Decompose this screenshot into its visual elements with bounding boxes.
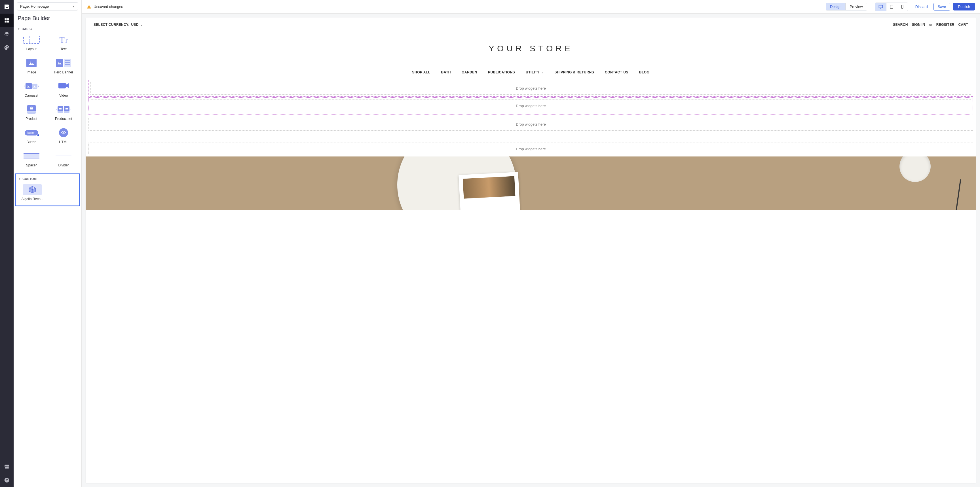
- basic-widgets-grid: Layout TT Text Image Hero Banner ‹› Caro…: [14, 33, 81, 173]
- main-area: Unsaved changes Design Preview Discard S…: [82, 0, 980, 487]
- sidebar: Page: Homepage ▼ Page Builder ▼ BASIC La…: [14, 0, 82, 487]
- widget-label: Divider: [59, 163, 69, 167]
- decor-cup: [899, 157, 931, 182]
- drop-zone-2-outer[interactable]: Drop widgets here: [89, 97, 973, 114]
- caret-down-icon: ▼: [18, 28, 20, 30]
- widget-spacer[interactable]: Spacer: [16, 149, 46, 169]
- preview-mode-button[interactable]: Preview: [845, 3, 867, 10]
- chevron-down-icon: ⌄: [541, 71, 544, 74]
- widget-text[interactable]: TT Text: [49, 33, 79, 53]
- html-icon: [59, 128, 68, 137]
- widget-algolia-recommend[interactable]: Algolia Reco...: [17, 183, 48, 203]
- spacer-icon: [24, 153, 40, 159]
- sidebar-title: Page Builder: [14, 13, 81, 26]
- svg-rect-12: [89, 8, 89, 8]
- device-toggle: [875, 3, 908, 11]
- svg-rect-3: [7, 21, 9, 23]
- icon-rail: ?: [0, 0, 14, 487]
- drop-zone-1-inner[interactable]: Drop widgets here: [91, 82, 971, 95]
- video-icon: [59, 82, 68, 90]
- hero-banner-icon: [56, 59, 71, 67]
- canvas: SELECT CURRENCY: USD ⌄ SEARCH SIGN IN or…: [86, 17, 976, 483]
- widget-html[interactable]: HTML: [49, 126, 79, 146]
- widget-product[interactable]: Product: [16, 103, 46, 122]
- page-selector[interactable]: Page: Homepage ▼: [17, 2, 78, 11]
- widget-label: Text: [60, 47, 67, 51]
- topbar: Unsaved changes Design Preview Discard S…: [82, 0, 980, 14]
- svg-point-9: [34, 85, 34, 86]
- svg-rect-16: [902, 5, 903, 8]
- widget-image[interactable]: Image: [16, 56, 46, 76]
- nav-shop-all[interactable]: SHOP ALL: [412, 70, 430, 74]
- warning-icon: [87, 5, 91, 9]
- chevron-down-icon: ⌄: [140, 23, 143, 26]
- drop-zone-3[interactable]: Drop widgets here: [89, 118, 973, 131]
- nav-contact-us[interactable]: CONTACT US: [605, 70, 628, 74]
- caret-down-icon: ▼: [18, 178, 21, 180]
- svg-point-8: [27, 85, 28, 86]
- register-link[interactable]: REGISTER: [936, 23, 955, 27]
- rail-help[interactable]: ?: [0, 473, 14, 487]
- image-icon: [26, 59, 37, 67]
- brand-logo[interactable]: [0, 0, 14, 14]
- widget-label: Button: [26, 140, 36, 144]
- currency-label: SELECT CURRENCY:: [94, 23, 130, 27]
- rail-layers[interactable]: [0, 27, 14, 41]
- unsaved-changes-label: Unsaved changes: [94, 5, 123, 9]
- cart-link[interactable]: CART: [958, 23, 968, 27]
- rail-widgets[interactable]: [0, 14, 14, 27]
- widget-label: Hero Banner: [54, 70, 73, 74]
- widget-product-set[interactable]: ‹› Product set: [49, 103, 79, 122]
- svg-rect-0: [5, 18, 7, 21]
- widget-label: Video: [59, 94, 68, 97]
- nav-publications[interactable]: PUBLICATIONS: [488, 70, 515, 74]
- divider-icon: [56, 155, 72, 156]
- nav-bath[interactable]: BATH: [441, 70, 450, 74]
- svg-text:?: ?: [6, 478, 8, 482]
- nav-shipping-returns[interactable]: SHIPPING & RETURNS: [554, 70, 594, 74]
- tablet-device-button[interactable]: [886, 3, 897, 11]
- currency-value: USD: [131, 23, 138, 27]
- page-selector-label: Page: Homepage: [20, 4, 49, 8]
- widget-carousel[interactable]: ‹› Carousel: [16, 79, 46, 99]
- decor-book: [458, 172, 520, 210]
- rail-theme[interactable]: [0, 41, 14, 54]
- store-title: YOUR STORE: [86, 30, 976, 70]
- decor-utensil: [956, 179, 961, 210]
- carousel-icon: ‹›: [24, 83, 39, 89]
- nav-garden[interactable]: GARDEN: [461, 70, 477, 74]
- widget-label: Algolia Reco...: [22, 197, 43, 201]
- custom-section-highlight: ▼ CUSTOM Algolia Reco...: [15, 173, 80, 206]
- section-basic-header[interactable]: ▼ BASIC: [14, 26, 81, 33]
- store-nav: SHOP ALL BATH GARDEN PUBLICATIONS UTILIT…: [86, 70, 976, 80]
- search-link[interactable]: SEARCH: [893, 23, 908, 27]
- svg-rect-10: [59, 83, 66, 89]
- section-custom-header[interactable]: ▼ CUSTOM: [17, 176, 78, 183]
- rail-store[interactable]: [0, 460, 14, 473]
- hero-image-placeholder: [86, 157, 976, 210]
- widget-layout[interactable]: Layout: [16, 33, 46, 53]
- widget-video[interactable]: Video: [49, 79, 79, 99]
- design-mode-button[interactable]: Design: [826, 3, 845, 10]
- product-set-icon: ‹›: [56, 106, 71, 113]
- widget-label: Layout: [26, 47, 37, 51]
- signin-link[interactable]: SIGN IN: [912, 23, 925, 27]
- widget-button[interactable]: button Button: [16, 126, 46, 146]
- drop-zone-4[interactable]: Drop widgets here: [89, 143, 973, 154]
- store-top-right: SEARCH SIGN IN or REGISTER CART: [893, 23, 968, 27]
- discard-button[interactable]: Discard: [913, 3, 931, 11]
- drop-zone-2-inner[interactable]: Drop widgets here: [91, 100, 971, 112]
- publish-button[interactable]: Publish: [953, 3, 975, 11]
- section-custom-label: CUSTOM: [22, 177, 37, 181]
- widget-divider[interactable]: Divider: [49, 149, 79, 169]
- svg-rect-13: [879, 5, 883, 8]
- svg-rect-1: [7, 18, 9, 21]
- currency-selector[interactable]: SELECT CURRENCY: USD ⌄: [94, 23, 143, 27]
- mobile-device-button[interactable]: [897, 3, 908, 11]
- drop-zone-1-outer[interactable]: Drop widgets here: [89, 80, 973, 97]
- widget-hero-banner[interactable]: Hero Banner: [49, 56, 79, 76]
- nav-blog[interactable]: BLOG: [639, 70, 650, 74]
- save-button[interactable]: Save: [934, 3, 950, 11]
- desktop-device-button[interactable]: [875, 3, 886, 11]
- nav-utility[interactable]: UTILITY⌄: [526, 70, 544, 74]
